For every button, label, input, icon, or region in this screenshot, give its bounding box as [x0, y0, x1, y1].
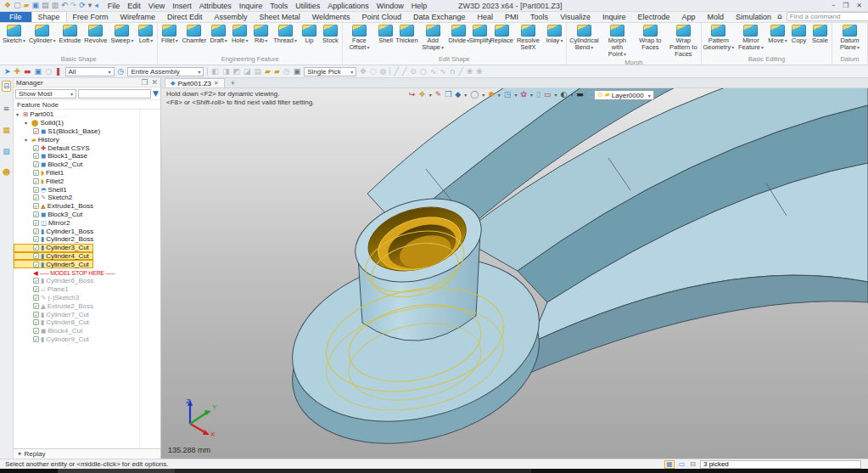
- feature-node-cylinder6-boss[interactable]: ✓▮Cylinder6_Boss: [14, 277, 160, 285]
- feature-checkbox[interactable]: ✓: [33, 328, 39, 334]
- ribbon-button-chamfer[interactable]: Chamfer: [180, 24, 208, 45]
- feature-checkbox[interactable]: ✓: [33, 245, 39, 251]
- assembly-tree-icon[interactable]: ≡: [3, 105, 10, 113]
- feature-node-cylinder9-cut[interactable]: ✓▮Cylinder9_Cut: [14, 335, 160, 344]
- feature-node-solid-1[interactable]: ▾⬤Solid(1): [14, 119, 160, 127]
- exit-icon[interactable]: ↪: [409, 91, 416, 99]
- feature-checkbox[interactable]: ✓: [33, 128, 39, 134]
- feature-checkbox[interactable]: ✓: [33, 262, 39, 267]
- dropdown-caret-icon[interactable]: ▾: [624, 52, 626, 57]
- feature-checkbox[interactable]: ✓: [33, 312, 39, 318]
- ribbon-button-move[interactable]: Move▾: [767, 24, 788, 45]
- model-stop-marker[interactable]: ◀----- MODEL STOP HERE -----: [14, 268, 160, 277]
- ribbon-button-inlay[interactable]: Inlay▾: [544, 24, 565, 45]
- ribbon-button-thicken[interactable]: Thicken: [396, 24, 417, 45]
- menu-insert[interactable]: Insert: [172, 2, 192, 10]
- dropdown-caret-icon[interactable]: ▾: [857, 45, 860, 50]
- menu-help[interactable]: Help: [412, 2, 428, 10]
- dropdown-caret-icon[interactable]: ▾: [648, 93, 651, 99]
- collapse-ribbon-icon[interactable]: ◂: [94, 2, 98, 9]
- monitor-icon[interactable]: ▭: [678, 461, 686, 468]
- feature-checkbox[interactable]: ✓: [33, 187, 39, 193]
- pick-box-icon[interactable]: ▣: [294, 68, 301, 76]
- layer-control[interactable]: ⊙ ▰ Layer0000 ▾: [594, 90, 654, 100]
- ribbon-button-draft[interactable]: Draft▾: [208, 24, 229, 45]
- feature-node-history[interactable]: ▾▰History: [14, 135, 160, 144]
- feature-checkbox[interactable]: ✓: [33, 153, 39, 159]
- ribbon-button-sweep[interactable]: Sweep▾: [109, 24, 135, 45]
- bulb-icon[interactable]: ⊙: [597, 92, 603, 99]
- redo-icon[interactable]: ↷: [70, 2, 77, 9]
- remove-selection-icon[interactable]: ▬: [24, 68, 31, 76]
- ribbon-tab-assembly[interactable]: Assembly: [209, 12, 254, 22]
- feature-checkbox[interactable]: ✓: [33, 211, 39, 217]
- folder-add-icon[interactable]: ▰: [274, 68, 280, 76]
- close-window-icon[interactable]: ✕: [856, 3, 862, 9]
- feature-node-cylinder3-cut[interactable]: ✓▮Cylinder3_Cut: [14, 244, 93, 252]
- dropdown-caret-icon[interactable]: ▾: [591, 45, 593, 50]
- ribbon-button-extrude[interactable]: Extrude: [57, 24, 82, 45]
- feature-node-block1-base[interactable]: ✓◼Block1_Base: [14, 152, 160, 160]
- ribbon-button-simplify[interactable]: Simplify: [469, 24, 490, 45]
- lasso-select-icon[interactable]: ◌: [45, 68, 52, 76]
- dropdown-caret-icon[interactable]: ▾: [482, 92, 484, 98]
- ribbon-tab-direct-edit[interactable]: Direct Edit: [161, 12, 209, 22]
- dropdown-caret-icon[interactable]: ▾: [176, 38, 178, 43]
- info-panel-icon[interactable]: ▦: [664, 460, 675, 469]
- menu-inquire[interactable]: Inquire: [239, 2, 263, 10]
- feature-node-mirror2[interactable]: ✓◫Mirror2: [14, 218, 160, 227]
- manager-panel-icon[interactable]: ⊟: [2, 81, 12, 92]
- ribbon-button-scale[interactable]: Scale: [809, 24, 831, 45]
- dropdown-caret-icon[interactable]: ▾: [109, 69, 111, 75]
- dropdown-caret-icon[interactable]: ▾: [245, 38, 248, 43]
- dropdown-caret-icon[interactable]: ▾: [441, 45, 444, 50]
- command-search-input[interactable]: Find a command: [787, 12, 868, 21]
- dropdown-caret-icon[interactable]: ▾: [294, 38, 297, 43]
- dropdown-caret-icon[interactable]: ▾: [225, 38, 227, 43]
- dropdown-caret-icon[interactable]: ▾: [53, 38, 55, 43]
- dropdown-caret-icon[interactable]: ▾: [530, 92, 533, 98]
- ribbon-button-loft[interactable]: Loft▾: [135, 24, 156, 45]
- minimize-panel-icon[interactable]: ⊟: [689, 461, 697, 468]
- feature-checkbox[interactable]: ✓: [33, 161, 39, 167]
- display-mode-icon[interactable]: ◆: [455, 91, 461, 99]
- dropdown-caret-icon[interactable]: ▾: [761, 45, 764, 50]
- model-canvas[interactable]: Hold down <F2> for dynamic viewing. <F8>…: [161, 88, 868, 459]
- feature-checkbox[interactable]: ✓: [33, 303, 39, 309]
- select-cursor-icon[interactable]: ➤: [4, 68, 11, 76]
- ribbon-tab-weldments[interactable]: Weldments: [306, 12, 356, 22]
- feature-node-cylinder8-cut[interactable]: ✓▮Cylinder8_Cut: [14, 318, 160, 327]
- customize-caret-icon[interactable]: ▾: [88, 2, 92, 9]
- feature-checkbox[interactable]: ✓: [33, 278, 39, 284]
- dropdown-caret-icon[interactable]: ▾: [731, 45, 734, 50]
- ribbon-tab-shape[interactable]: Shape: [31, 11, 67, 22]
- ribbon-button-mirror-feature[interactable]: Mirror Feature▾: [735, 24, 767, 52]
- add-selection-icon[interactable]: ✚: [14, 68, 21, 76]
- expander-icon[interactable]: ▾: [25, 120, 30, 126]
- show-filter-dropdown[interactable]: Show Most▾: [15, 89, 76, 99]
- ribbon-button-shell[interactable]: Shell: [375, 24, 396, 45]
- feature-node-sketch3[interactable]: ✓✎(-)Sketch3: [14, 294, 160, 302]
- print-preview-icon[interactable]: ▥: [52, 2, 59, 9]
- feature-node-s1-block1-base[interactable]: ✓◼S1(Block1_Base): [14, 127, 160, 136]
- ribbon-button-fillet[interactable]: Fillet▾: [159, 24, 180, 45]
- close-tab-icon[interactable]: ✕: [214, 80, 219, 87]
- ribbon-tab-tools[interactable]: Tools: [524, 12, 554, 22]
- feature-checkbox[interactable]: ✓: [33, 203, 39, 209]
- feature-node-cylinder7-cut[interactable]: ✓▮Cylinder7_Cut: [14, 310, 160, 318]
- app-logo[interactable]: ❖: [4, 2, 11, 9]
- feature-node-block2-cut[interactable]: ✓◼Block2_Cut: [14, 160, 160, 169]
- open-file-icon[interactable]: ▰: [24, 2, 30, 9]
- undo-icon[interactable]: ↶: [61, 2, 68, 9]
- feature-checkbox[interactable]: ✓: [33, 228, 39, 234]
- ribbon-tab-app[interactable]: App: [676, 12, 702, 22]
- expander-icon[interactable]: ▾: [16, 111, 21, 117]
- menu-edit[interactable]: Edit: [127, 2, 141, 10]
- feature-checkbox[interactable]: ✓: [33, 286, 39, 292]
- ribbon-tab-simulation[interactable]: Simulation: [730, 12, 777, 22]
- annotate-pencil-icon[interactable]: ✎: [435, 91, 442, 99]
- combo-pick[interactable]: Single Pick▾: [304, 67, 356, 76]
- dropdown-caret-icon[interactable]: ▾: [498, 92, 501, 98]
- render-style-icon[interactable]: ✱: [488, 91, 495, 99]
- dropdown-caret-icon[interactable]: ▾: [23, 38, 25, 43]
